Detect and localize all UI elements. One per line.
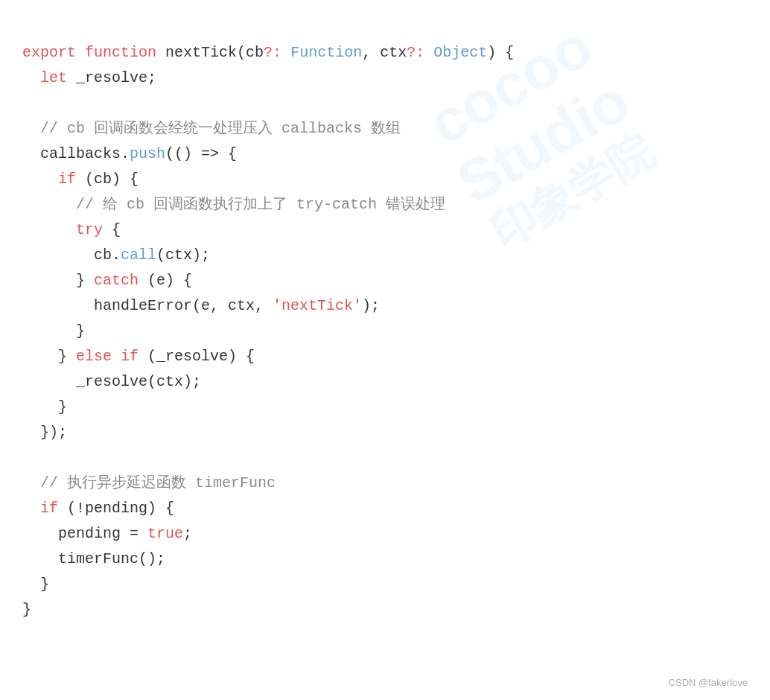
line-2: let _resolve;	[22, 69, 156, 86]
line-10: } catch (e) {	[22, 272, 192, 289]
line-23: }	[22, 601, 31, 618]
footer-text: CSDN @fakerlove	[669, 677, 748, 688]
code-block: export function nextTick(cb?: Function, …	[22, 15, 748, 648]
line-13: } else if (_resolve) {	[22, 348, 255, 365]
line-4: // cb 回调函数会经统一处理压入 callbacks 数组	[22, 120, 401, 137]
line-15: }	[22, 398, 67, 416]
line-11: handleError(e, ctx, 'nextTick');	[22, 297, 380, 314]
line-16: });	[22, 424, 67, 441]
line-12: }	[22, 322, 85, 340]
line-5: callbacks.push(() => {	[22, 145, 237, 162]
line-14: _resolve(ctx);	[22, 373, 201, 390]
line-18: // 执行异步延迟函数 timerFunc	[22, 474, 276, 491]
line-9: cb.call(ctx);	[22, 246, 210, 264]
line-22: }	[22, 576, 49, 593]
line-20: pending = true;	[22, 525, 192, 542]
line-7: // 给 cb 回调函数执行加上了 try-catch 错误处理	[22, 196, 445, 213]
line-6: if (cb) {	[22, 171, 139, 188]
line-8: try {	[22, 221, 121, 238]
line-19: if (!pending) {	[22, 500, 174, 517]
line-1: export function nextTick(cb?: Function, …	[22, 44, 514, 61]
line-21: timerFunc();	[22, 550, 165, 567]
code-container: cocoo Studio 印象学院 export function nextTi…	[0, 0, 770, 700]
